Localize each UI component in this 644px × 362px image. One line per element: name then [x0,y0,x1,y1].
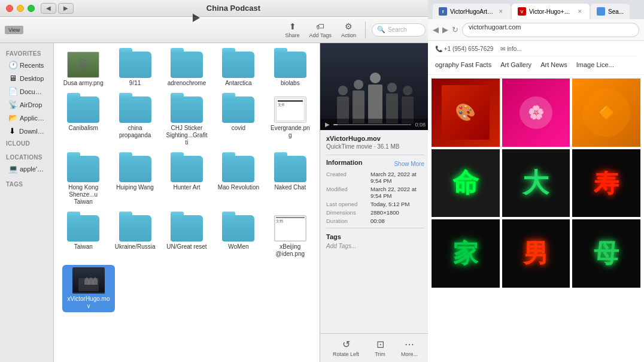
art-tile-4[interactable]: 命 [432,149,500,218]
sidebar-item-downloads[interactable]: ⬇ Downlo... [2,125,51,137]
art-tile-6[interactable]: 寿 [572,149,640,218]
tab-1-label: VictorHugoArt on G... [450,8,494,15]
last-opened-value: Today, 5:12 PM [370,201,424,207]
forward-button[interactable]: ▶ [58,3,74,14]
action-button[interactable]: ⚙ Action [338,20,359,40]
browser-window: f VictorHugoArt on G... ✕ V Victor-Hugo+… [428,0,644,362]
browser-tabs: f VictorHugoArt on G... ✕ V Victor-Hugo+… [428,0,644,19]
sidebar-item-recents[interactable]: 🕐 Recents [2,59,51,71]
address-input[interactable]: victorhugoart.com [462,23,639,37]
file-item[interactable]: UN/Great reset [163,213,210,260]
search-bar[interactable]: 🔍 Search [372,23,426,37]
nav-art-gallery[interactable]: Art Gallery [500,60,531,70]
file-item[interactable]: 9/11 [111,49,158,89]
nav-buttons: ◀ ▶ [41,3,74,14]
file-name: CHJ Sticker Sighting...Grafitti [166,125,208,146]
art-tile-1[interactable]: 🎨 [432,79,500,147]
trim-icon: ⊡ [376,339,384,350]
file-item[interactable]: 文档 xBeijing @iden.png [267,213,314,260]
browser-tab-1[interactable]: f VictorHugoArt on G... ✕ [433,4,511,19]
tab-1-close[interactable]: ✕ [497,8,505,15]
trim-button[interactable]: ⊡ Trim [375,339,385,357]
duration-label: Duration [326,218,368,224]
file-item[interactable]: Hunter Art [163,153,210,208]
browser-back-button[interactable]: ◀ [433,25,439,34]
file-item[interactable]: Naked Chat [267,153,314,208]
browser-tab-2[interactable]: V Victor-Hugo+Notr... ✕ [512,4,590,19]
tab-2-close[interactable]: ✕ [576,8,584,15]
info-row-created: Created March 22, 2022 at 9:54 PM [326,171,424,184]
share-button[interactable]: ⬆ Share [282,20,303,40]
art-tile-7[interactable]: 家 [432,219,500,288]
tab-1-favicon: f [439,7,447,16]
rotate-left-button[interactable]: ↺ Rotate Left [333,339,359,357]
rotate-left-icon: ↺ [342,339,350,350]
file-item[interactable]: Ukraine/Russia [111,213,158,260]
file-item[interactable]: biolabs [267,49,314,89]
file-name: Taiwan [74,243,93,251]
tags-section-label: Tags [0,179,53,189]
maximize-button[interactable] [28,5,35,12]
file-item[interactable]: 文件 Evergrande.png [267,94,314,149]
finder-body: Favorites 🕐 Recents 🖥 Desktop 📄 Docum...… [0,43,430,362]
back-button[interactable]: ◀ [41,3,56,14]
main-content: 🏛 Dusa army.png 9/11 adrenochrome [54,43,430,362]
sidebar: Favorites 🕐 Recents 🖥 Desktop 📄 Docum...… [0,43,54,362]
art-tile-8[interactable]: 男 [502,219,570,288]
file-item-selected[interactable]: xVictorHugo.mov [62,265,115,312]
close-button[interactable] [6,5,13,12]
add-tags-button[interactable]: 🏷 Add Tags [306,20,335,40]
art-tile-9[interactable]: 母 [572,219,640,288]
browser-refresh-button[interactable]: ↻ [452,25,458,34]
airdrop-icon: 📡 [8,100,17,109]
file-item[interactable]: Hong Kong Shenze...u Taiwan [60,153,107,208]
art-tile-2[interactable]: 🌸 [502,79,570,147]
sidebar-item-desktop[interactable]: 🖥 Desktop [2,72,51,85]
browser-tab-3[interactable]: Sea... [591,4,630,19]
tab-2-favicon: V [518,7,526,16]
sidebar-item-documents[interactable]: 📄 Docum... [2,85,51,98]
file-name: Antarctica [225,80,251,87]
file-item[interactable]: WoMen [215,213,262,260]
phone-number: 📞 +1 (954) 655-7629 [435,46,493,52]
minimize-button[interactable] [17,5,24,12]
file-item[interactable]: adrenochrome [163,49,210,89]
add-tags-field[interactable]: Add Tags... [326,243,424,249]
sidebar-item-applications[interactable]: 📂 Applica... [2,111,51,124]
file-name-selected: xVictorHugo.mov [65,295,113,310]
file-item[interactable]: china propaganda [111,94,158,149]
file-name: Hunter Art [173,184,200,191]
file-item[interactable]: CHJ Sticker Sighting...Grafitti [163,94,210,149]
tab-3-favicon [597,7,605,16]
file-name: Huiping Wang [116,184,153,191]
nav-image-license[interactable]: Image Lice... [576,60,614,70]
art-tile-3[interactable]: 🔶 [572,79,640,147]
browser-forward-button[interactable]: ▶ [442,25,448,34]
site-navigation: ography Fast Facts Art Gallery Art News … [435,56,637,70]
sidebar-item-apple[interactable]: 💻 apple's... [2,162,51,175]
file-item[interactable]: covid [215,94,262,149]
applications-icon: 📂 [8,113,17,122]
icloud-section-label: iCloud [0,138,53,148]
more-button[interactable]: ⋯ More... [401,339,418,357]
tab-2-label: Victor-Hugo+Notr... [529,8,573,15]
nav-biography[interactable]: ography Fast Facts [435,60,491,70]
view-button[interactable]: View [5,26,23,34]
modified-value: March 22, 2022 at 9:54 PM [370,186,424,199]
sidebar-item-airdrop[interactable]: 📡 AirDrop [2,98,51,111]
preview-panel: ▶ 0:08 xVictorHugo.mov QuickTime movie ·… [320,43,430,362]
file-item[interactable]: 🏛 Dusa army.png [60,49,107,89]
show-more-button[interactable]: Show More [394,161,424,167]
last-opened-label: Last opened [326,201,368,207]
file-item[interactable]: Mao Revolution [215,153,262,208]
info-row-modified: Modified March 22, 2022 at 9:54 PM [326,186,424,199]
file-item[interactable]: Taiwan [60,213,107,260]
tags-section-title: Tags [326,233,424,240]
file-item[interactable]: Canibalism [60,94,107,149]
file-item[interactable]: Antarctica [215,49,262,89]
documents-icon: 📄 [8,87,17,96]
nav-art-news[interactable]: Art News [540,60,567,70]
finder-toolbar: View ⬆ Share 🏷 Add Tags ⚙ Action 🔍 Searc… [0,17,430,43]
art-tile-5[interactable]: 大 [502,149,570,218]
file-item[interactable]: Huiping Wang [111,153,158,208]
